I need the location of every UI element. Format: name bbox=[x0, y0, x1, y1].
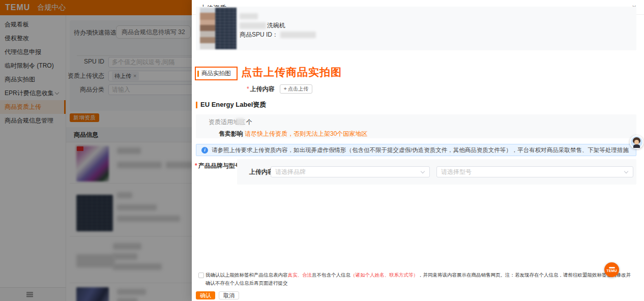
spu-id-label: 商品SPU ID： bbox=[240, 31, 278, 39]
screen: TEMU 合规中心 合规看板 侵权整改 代理信息申报 临时限制令 (TRO) 商… bbox=[0, 0, 644, 301]
confirm-seg: 且不包含个人信息 bbox=[312, 272, 350, 278]
chevron-down-icon bbox=[624, 169, 628, 173]
section-bar bbox=[197, 71, 199, 77]
model-select-placeholder: 请选择型号 bbox=[441, 168, 472, 175]
confirmation-text: 我确认以上能效标签和产品信息表内容真实、合法且不包含个人信息（诸如个人姓名、联系… bbox=[206, 271, 632, 287]
upload-content-label: 上传内容 bbox=[249, 168, 274, 176]
eu-section-title-text: EU Energy Label资质 bbox=[200, 100, 266, 109]
redacted-text bbox=[240, 13, 258, 19]
redacted-text bbox=[240, 22, 266, 29]
brand-select[interactable]: 请选择品牌 bbox=[271, 166, 430, 177]
drawer-actions: 确认 取消 bbox=[196, 291, 239, 299]
product-name: 洗碗机 bbox=[240, 21, 285, 30]
confirm-checkbox[interactable] bbox=[198, 273, 204, 278]
eu-region-box: 资质适用地区 个 售卖影响 请尽快上传资质，否则无法上架30个国家地区 bbox=[196, 114, 636, 138]
temu-float-badge[interactable]: TEMU bbox=[604, 262, 619, 277]
info-icon: i bbox=[201, 147, 208, 154]
confirm-seg-red: （诸如个人姓名、联系方式等） bbox=[350, 272, 418, 278]
badge-decoration bbox=[609, 267, 615, 268]
upload-content-label: 上传内容 bbox=[250, 85, 275, 94]
brand-select-placeholder: 请选择品牌 bbox=[275, 168, 306, 175]
confirm-button[interactable]: 确认 bbox=[196, 291, 215, 299]
annotation-callout: 点击上传商品实拍图 bbox=[241, 65, 342, 79]
notice-text: 请参照上传要求上传资质内容，如出现弄虚作假情形（包含但不限于提交虚假/伪造资质文… bbox=[212, 146, 631, 154]
badge-label: TEMU bbox=[606, 269, 617, 273]
cancel-button[interactable]: 取消 bbox=[219, 291, 239, 299]
required-marker: * bbox=[247, 85, 249, 93]
brand-model-label: *产品品牌与型号 bbox=[195, 162, 241, 170]
redacted-region-count bbox=[236, 118, 244, 125]
confirm-seg: 页面进行提交 bbox=[259, 280, 288, 286]
product-thumbnail bbox=[200, 8, 237, 49]
impact-warning-text: 请尽快上传资质，否则无法上架30个国家地区 bbox=[245, 130, 367, 138]
impact-label: 售卖影响 bbox=[219, 130, 243, 138]
annotation-highlight-box: 商品实拍图 bbox=[195, 67, 238, 80]
confirm-seg: 我确认以上能效标签和产品信息表内容 bbox=[206, 272, 288, 278]
brand-model-label-text: 产品品牌与型号 bbox=[198, 162, 241, 169]
redacted-spu-id bbox=[280, 32, 316, 38]
photo-upload-row: * 上传内容 + 点击上传 bbox=[247, 84, 312, 94]
required-marker: * bbox=[195, 162, 197, 169]
notice-banner: i 请参照上传要求上传资质内容，如出现弄虚作假情形（包含但不限于提交虚假/伪造资… bbox=[196, 144, 636, 156]
eu-energy-label-section-title: EU Energy Label资质 bbox=[196, 100, 266, 109]
product-card: 洗碗机 商品SPU ID： bbox=[196, 7, 636, 50]
brand-model-box: 上传内容 请选择品牌 请选择型号 bbox=[237, 159, 636, 185]
photo-section-title: 商品实拍图 bbox=[201, 70, 231, 77]
support-avatar-icon[interactable] bbox=[630, 135, 643, 149]
confirm-seg-red: 真实、合法 bbox=[288, 272, 312, 278]
upload-qualification-drawer: 上传资质 × 洗碗机 商品SPU ID： 商品实拍图 点击上传商品实拍图 bbox=[192, 0, 644, 301]
region-unit: 个 bbox=[246, 118, 252, 127]
product-spu-row: 商品SPU ID： bbox=[240, 31, 316, 39]
model-select[interactable]: 请选择型号 bbox=[436, 166, 633, 177]
chevron-down-icon bbox=[421, 169, 425, 173]
product-name-suffix: 洗碗机 bbox=[267, 21, 285, 30]
click-to-upload-button[interactable]: + 点击上传 bbox=[280, 84, 313, 94]
section-bar bbox=[196, 102, 197, 108]
